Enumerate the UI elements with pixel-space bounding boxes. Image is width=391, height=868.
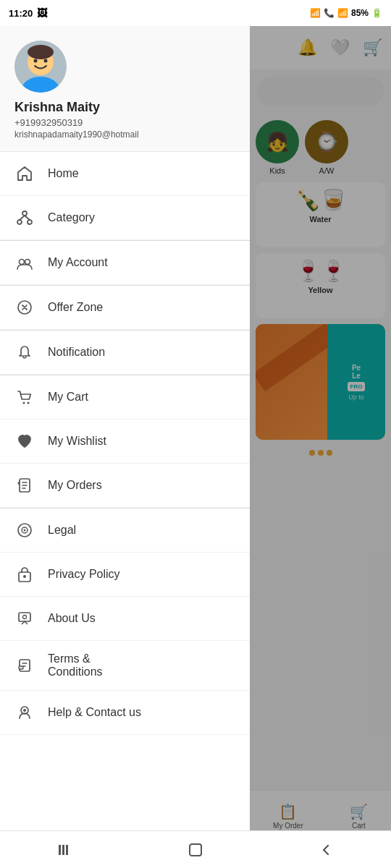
svg-point-23 <box>23 575 26 578</box>
status-bar: 11:20 🖼 📶 📞 📶 85% 🔋 <box>0 0 391 26</box>
legal-label: Legal <box>48 524 76 537</box>
svg-rect-31 <box>62 845 64 855</box>
terms-label: Terms &Conditions <box>48 652 103 678</box>
drawer-profile-section: Krishna Maity +919932950319 krishnapadam… <box>0 26 250 152</box>
menu-item-my-orders[interactable]: My Orders <box>0 464 250 508</box>
offer-zone-label: Offer Zone <box>48 301 103 314</box>
menu-item-legal[interactable]: Legal <box>0 509 250 553</box>
svg-rect-27 <box>19 666 23 669</box>
menu-item-my-account[interactable]: My Account <box>0 241 250 285</box>
terms-icon <box>14 655 35 676</box>
profile-name: Krishna Maity <box>14 100 235 115</box>
overlay-dim <box>250 26 391 842</box>
orders-icon <box>14 475 35 495</box>
battery-icon: 🔋 <box>371 8 382 18</box>
my-account-label: My Account <box>48 256 108 269</box>
about-us-label: About Us <box>48 612 96 625</box>
svg-point-8 <box>28 220 32 224</box>
svg-line-10 <box>25 216 30 220</box>
svg-line-9 <box>20 216 25 220</box>
menu-item-terms[interactable]: Terms &Conditions <box>0 641 250 691</box>
media-icon: 🖼 <box>37 7 47 19</box>
signal-icon: 📶 <box>337 8 348 18</box>
svg-point-15 <box>26 309 28 310</box>
svg-rect-32 <box>66 845 68 855</box>
svg-point-25 <box>23 616 27 619</box>
menu-item-my-cart[interactable]: My Cart <box>0 375 250 420</box>
svg-point-3 <box>28 45 54 59</box>
profile-phone: +919932950319 <box>14 117 235 128</box>
home-icon <box>14 163 35 184</box>
svg-point-29 <box>23 709 26 712</box>
navigation-drawer: Krishna Maity +919932950319 krishnapadam… <box>0 26 250 842</box>
offer-icon <box>14 297 35 318</box>
nav-back-button[interactable] <box>261 841 391 859</box>
category-icon <box>14 208 35 228</box>
menu-item-privacy-policy[interactable]: Privacy Policy <box>0 553 250 597</box>
svg-point-5 <box>44 59 48 63</box>
bottom-navbar <box>0 830 391 868</box>
nav-menu-button[interactable] <box>0 841 130 859</box>
account-icon <box>14 252 35 273</box>
notification-icon <box>14 342 35 362</box>
wifi-icon: 📶 <box>310 8 321 18</box>
mycart-icon <box>14 387 35 407</box>
help-icon <box>14 702 35 723</box>
status-left: 11:20 🖼 <box>9 7 47 19</box>
drawer-menu: Home Category <box>0 152 250 735</box>
legal-icon <box>14 520 35 540</box>
svg-rect-24 <box>19 613 30 621</box>
help-label: Help & Contact us <box>48 706 141 719</box>
my-cart-label: My Cart <box>48 391 88 404</box>
battery-text: 85% <box>351 8 369 18</box>
privacy-icon <box>14 564 35 584</box>
svg-point-16 <box>23 402 25 404</box>
svg-rect-33 <box>190 844 201 856</box>
avatar-svg <box>14 41 67 93</box>
about-icon <box>14 608 35 629</box>
svg-point-12 <box>25 260 30 265</box>
svg-point-14 <box>22 305 24 307</box>
menu-item-offer-zone[interactable]: Offer Zone <box>0 286 250 330</box>
my-orders-label: My Orders <box>48 479 102 492</box>
privacy-label: Privacy Policy <box>48 568 120 581</box>
svg-point-4 <box>34 59 38 63</box>
nav-home-button[interactable] <box>130 841 261 859</box>
menu-item-category[interactable]: Category <box>0 196 250 240</box>
call-icon: 📞 <box>324 8 335 18</box>
notification-label: Notification <box>48 346 105 359</box>
svg-rect-30 <box>59 845 61 855</box>
menu-item-my-wishlist[interactable]: My Wishlist <box>0 420 250 464</box>
menu-item-about-us[interactable]: About Us <box>0 597 250 641</box>
menu-item-home[interactable]: Home <box>0 152 250 196</box>
svg-point-17 <box>28 402 30 404</box>
menu-item-notification[interactable]: Notification <box>0 331 250 375</box>
profile-email: krishnapadamaity1990@hotmail <box>14 129 235 140</box>
svg-point-21 <box>24 529 26 532</box>
status-right: 📶 📞 📶 85% 🔋 <box>310 8 382 18</box>
category-label: Category <box>48 211 95 224</box>
svg-point-6 <box>22 211 27 216</box>
menu-item-help[interactable]: Help & Contact us <box>0 691 250 735</box>
my-wishlist-label: My Wishlist <box>48 435 106 448</box>
svg-point-11 <box>20 260 25 265</box>
svg-point-7 <box>17 220 22 224</box>
home-label: Home <box>48 167 79 180</box>
time-display: 11:20 <box>9 8 33 19</box>
wishlist-icon <box>14 431 35 451</box>
avatar <box>14 41 67 93</box>
